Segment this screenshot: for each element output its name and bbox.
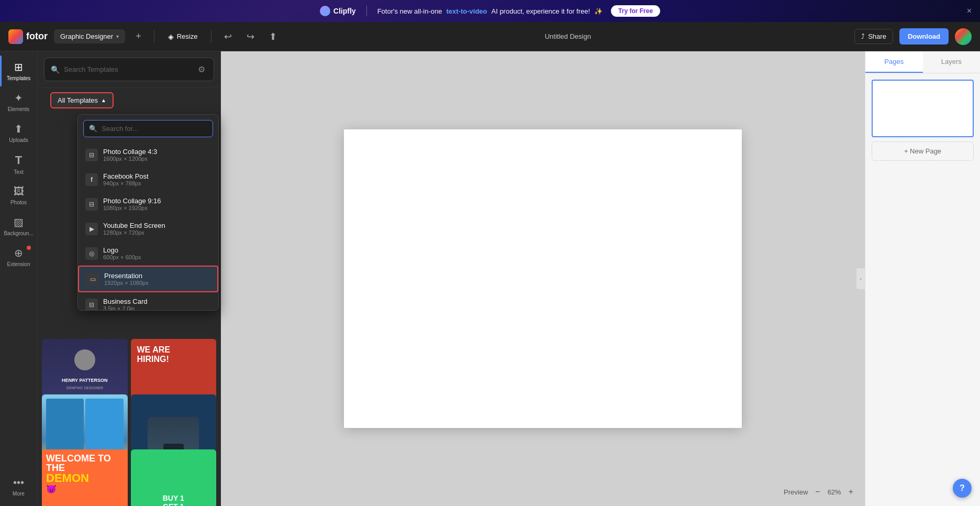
dropdown-item-business-card[interactable]: ⊟ Business Card 3.5in × 2.0in: [78, 292, 218, 310]
header-separator: [154, 30, 154, 43]
mode-selector[interactable]: Graphic Designer ▾: [54, 29, 125, 43]
header-separator-2: [211, 30, 211, 43]
sidebar-item-photos[interactable]: 🖼 Photos: [0, 180, 37, 211]
clipfly-logo-icon: [320, 6, 330, 16]
sidebar-item-label: Templates: [7, 75, 31, 81]
dropdown-item-facebook-post[interactable]: f Facebook Post 940px × 788px: [78, 167, 218, 192]
share-icon: ⤴: [861, 32, 865, 40]
sidebar-item-background[interactable]: ▨ Backgroun...: [0, 211, 37, 241]
try-for-free-button[interactable]: Try for Free: [611, 5, 660, 17]
dropdown-item-youtube[interactable]: ▶ Youtube End Screen 1280px × 720px: [78, 216, 218, 241]
sidebar-item-more[interactable]: ••• More: [0, 471, 37, 502]
logo-icon: ◎: [85, 247, 98, 260]
top-banner: Clipfly Fotor's new all-in-one text-to-v…: [0, 0, 980, 22]
canvas-white[interactable]: [344, 129, 742, 428]
text-icon: T: [15, 153, 22, 167]
avatar[interactable]: [955, 28, 972, 45]
more-icon: •••: [13, 477, 24, 489]
download-button[interactable]: Download: [899, 28, 949, 45]
banner-close-button[interactable]: ×: [967, 6, 972, 16]
filter-button[interactable]: ⚙: [196, 62, 207, 76]
zoom-in-button[interactable]: +: [845, 486, 856, 498]
share-label: Share: [868, 32, 886, 40]
right-sidebar: Pages Layers + New Page ›: [865, 51, 980, 506]
canvas-bottom-bar: Preview − 62% +: [784, 486, 856, 498]
banner-content: Clipfly Fotor's new all-in-one text-to-v…: [320, 5, 660, 17]
template-card-buy[interactable]: BUY 1GET 1FREE: [131, 449, 217, 506]
sidebar-item-text[interactable]: T Text: [0, 148, 37, 180]
sidebar-item-label: Text: [14, 169, 23, 175]
chevron-down-icon: ▲: [101, 97, 106, 103]
page-thumbnail[interactable]: [872, 80, 974, 137]
resume-avatar: [74, 349, 95, 370]
photo-collage-916-size: 1080px × 1920px: [103, 205, 161, 211]
clipfly-logo-text: Clipfly: [333, 7, 356, 15]
dropdown-item-presentation[interactable]: ▭ Presentation 1920px × 1080px: [78, 266, 218, 292]
photo-collage-43-name: Photo Collage 4:3: [103, 148, 157, 156]
canvas-area: Preview − 62% +: [221, 51, 865, 506]
presentation-name: Presentation: [104, 272, 149, 280]
undo-button[interactable]: ↩: [220, 29, 236, 45]
all-templates-button[interactable]: All Templates ▲: [50, 92, 114, 108]
dropdown-item-photo-collage-43[interactable]: ⊟ Photo Collage 4:3 1600px × 1200px: [78, 142, 218, 167]
sidebar-item-label: Elements: [8, 106, 30, 112]
design-title: Untitled Design: [287, 32, 848, 40]
sidebar-item-label: Extension: [7, 261, 30, 267]
banner-text1: Fotor's new all-in-one: [377, 7, 442, 15]
youtube-size: 1280px × 720px: [103, 229, 165, 236]
business-card-name: Business Card: [103, 298, 148, 305]
resize-icon: ◈: [168, 32, 174, 41]
zoom-out-button[interactable]: −: [812, 486, 823, 498]
preview-label: Preview: [784, 488, 808, 496]
dropdown-item-logo[interactable]: ◎ Logo 600px × 600px: [78, 241, 218, 266]
search-icon: 🔍: [51, 65, 60, 74]
dropdown-search-input[interactable]: [102, 125, 207, 133]
photo-collage-916-icon: ⊟: [85, 198, 98, 211]
right-content: + New Page: [865, 73, 980, 506]
sidebar-item-label: Backgroun...: [4, 230, 33, 236]
chevron-down-icon: ▾: [116, 34, 119, 39]
photo-collage-916-name: Photo Collage 9:16: [103, 197, 161, 205]
fotor-logo-text: fotor: [26, 31, 48, 42]
photo-collage-43-icon: ⊟: [85, 149, 98, 161]
sidebar-item-extension[interactable]: ⊕ Extension: [0, 241, 37, 272]
main-layout: ⊞ Templates ✦ Elements ⬆ Uploads T Text …: [0, 51, 980, 506]
sidebar-item-templates[interactable]: ⊞ Templates: [0, 56, 37, 86]
search-input[interactable]: [64, 65, 192, 73]
facebook-post-name: Facebook Post: [103, 172, 149, 180]
zoom-level: 62%: [828, 488, 841, 496]
redo-button[interactable]: ↪: [242, 29, 259, 45]
logo-name: Logo: [103, 246, 141, 254]
tab-layers[interactable]: Layers: [923, 51, 981, 73]
resume-name: HENRY PATTERSON: [62, 378, 108, 383]
search-box: 🔍 ⚙: [44, 58, 214, 81]
right-tabs: Pages Layers: [865, 51, 980, 73]
share-button[interactable]: ⤴ Share: [854, 29, 893, 44]
youtube-name: Youtube End Screen: [103, 222, 165, 229]
templates-grid: HENRY PATTERSON GRAPHIC DESIGNER HIRE ME…: [38, 335, 220, 506]
save-cloud-button[interactable]: ⬆: [265, 29, 281, 45]
sidebar-item-elements[interactable]: ✦ Elements: [0, 86, 37, 117]
resume-title: GRAPHIC DESIGNER: [66, 386, 103, 390]
fotor-logo[interactable]: fotor: [8, 29, 48, 44]
banner-emoji: ✨: [594, 7, 603, 15]
presentation-icon: ▭: [86, 273, 99, 285]
template-card-demon[interactable]: WELCOME TO THE DEMON 😈: [42, 449, 128, 506]
add-button[interactable]: +: [131, 29, 146, 44]
uploads-icon: ⬆: [14, 123, 23, 135]
new-page-button[interactable]: + New Page: [872, 141, 974, 161]
left-sidebar: ⊞ Templates ✦ Elements ⬆ Uploads T Text …: [0, 51, 38, 506]
help-button[interactable]: ?: [953, 479, 972, 498]
header: fotor Graphic Designer ▾ + ◈ Resize ↩ ↪ …: [0, 22, 980, 51]
dropdown-search-icon: 🔍: [89, 125, 97, 133]
help-icon: ?: [960, 483, 965, 493]
tab-pages[interactable]: Pages: [865, 51, 923, 73]
dropdown-search-box: 🔍: [83, 120, 213, 137]
dropdown-item-photo-collage-916[interactable]: ⊟ Photo Collage 9:16 1080px × 1920px: [78, 192, 218, 216]
sidebar-item-label: More: [13, 491, 25, 497]
resize-button[interactable]: ◈ Resize: [163, 29, 203, 44]
business-card-size: 3.5in × 2.0in: [103, 305, 148, 310]
collapse-panel-button[interactable]: ›: [856, 268, 865, 289]
sidebar-item-uploads[interactable]: ⬆ Uploads: [0, 117, 37, 148]
facebook-icon: f: [85, 173, 98, 186]
